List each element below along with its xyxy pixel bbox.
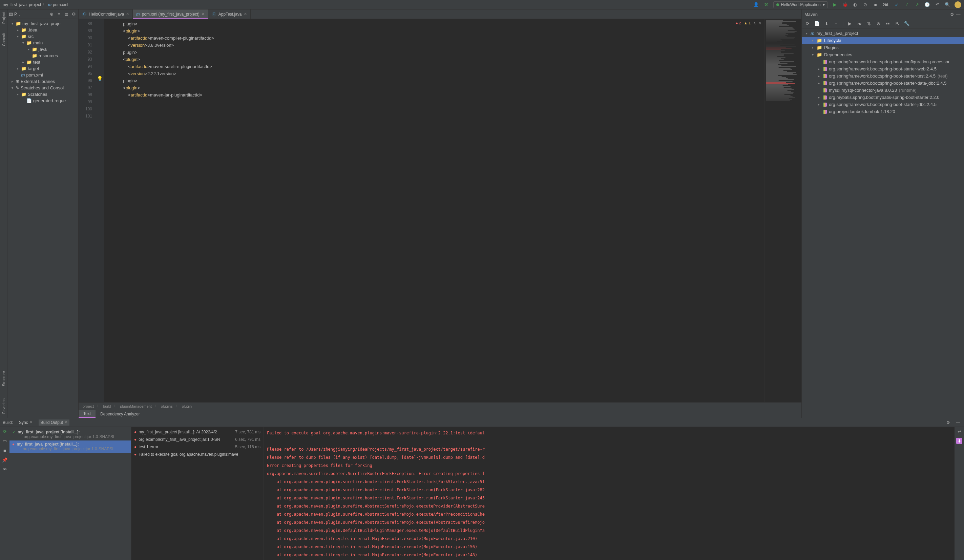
tree-item[interactable]: 📁resources [7,52,78,59]
download-icon[interactable]: ⬇ [824,21,829,27]
soft-wrap-icon[interactable]: ↩ [956,428,962,434]
maven-item[interactable]: ▸org.springframework.boot:spring-boot-st… [802,65,964,73]
collapse-all-icon[interactable]: ⇱ [894,21,900,27]
code-line[interactable]: <artifactId>maven-surefire-pluginartifac… [108,63,764,70]
sidebar-tab-structure[interactable]: Structure [2,370,6,388]
debug-icon[interactable]: 🐞 [842,2,848,8]
locate-icon[interactable]: ⊕ [49,11,55,17]
git-commit-icon[interactable]: ✓ [904,2,910,8]
reload-icon[interactable]: ⟳ [804,21,811,27]
show-deps-icon[interactable]: ☷ [885,21,891,27]
collapse-icon[interactable]: ≣ [64,11,70,17]
code-line[interactable]: plugin> [108,20,764,28]
tree-item[interactable]: ▸📁.idea [7,27,78,33]
minimize-icon[interactable]: — [955,419,961,425]
settings-icon[interactable]: 🔧 [904,21,910,27]
rerun-icon[interactable]: ⟳ [2,428,8,434]
maven-item[interactable]: ▸org.springframework.boot:spring-boot-st… [802,101,964,108]
tree-item[interactable]: ▾✎Scratches and Consol [7,84,78,91]
subtab-text[interactable]: Text [78,410,96,418]
undo-icon[interactable]: ↶ [934,2,940,8]
coverage-icon[interactable]: ◐ [852,2,858,8]
close-icon[interactable]: ✕ [64,420,67,425]
git-push-icon[interactable]: ↗ [914,2,920,8]
subtab-dependency-analyzer[interactable]: Dependency Analyzer [96,410,145,418]
hammer-icon[interactable]: ⚒ [763,2,769,8]
code-line[interactable]: <version>2.22.1version> [108,70,764,77]
sidebar-tab-project[interactable]: Project [2,11,6,25]
profile-icon[interactable]: ⊙ [862,2,868,8]
build-tree-item[interactable]: ●my_first_java_project [install...]:org.… [10,440,131,453]
chevron-down-icon[interactable]: ∨ [759,19,761,27]
close-icon[interactable]: ✕ [244,12,247,16]
maven-tree[interactable]: ▾mmy_first_java_project▸📁Lifecycle▸📁Plug… [802,28,964,418]
inspection-badges[interactable]: ● 2 ▲ 1 ∧ ∨ [736,19,761,27]
history-icon[interactable]: 🕓 [924,2,930,8]
skip-tests-icon[interactable]: ⊘ [875,21,881,27]
breadcrumb-item[interactable]: build [103,404,111,408]
breadcrumb-item[interactable]: my_first_java_project [3,2,41,7]
breadcrumb-item[interactable]: plugin [182,404,192,408]
code-line[interactable]: plugin> [108,77,764,84]
generate-sources-icon[interactable]: 📄 [814,21,820,27]
tree-item[interactable]: ▸📁target [7,65,78,72]
expand-icon[interactable]: ≡ [56,11,62,17]
chevron-up-icon[interactable]: ∧ [753,19,756,27]
build-tab-output[interactable]: Build Output ✕ [39,419,70,425]
code-line[interactable]: <version>3.8.0version> [108,42,764,49]
minimize-icon[interactable]: — [955,11,961,17]
tree-item[interactable]: 📄generated-reque [7,97,78,104]
close-icon[interactable]: ✕ [126,12,129,16]
maven-item[interactable]: ▸org.springframework.boot:spring-boot-st… [802,73,964,80]
maven-item[interactable]: ▸📁Lifecycle [802,37,964,44]
code-line[interactable]: <artifactId>maven-jar-pluginartifactId> [108,91,764,99]
build-tab-sync[interactable]: Sync ✕ [17,419,34,425]
error-badge[interactable]: ● 2 [736,19,741,27]
tree-item[interactable]: ▸⊞External Libraries [7,78,78,84]
run-icon[interactable]: ▶ [847,21,853,27]
build-detail-row[interactable]: ●Failed to execute goal org.apache.maven… [134,451,261,458]
tree-item[interactable]: ▸📁test [7,59,78,65]
tree-item[interactable]: ▸📁java [7,46,78,52]
stop-icon[interactable]: ■ [873,2,879,8]
pin-icon[interactable]: 📌 [2,457,8,463]
code-line[interactable]: <artifactId>maven-compiler-pluginartifac… [108,34,764,42]
stop-icon[interactable]: ■ [2,447,8,453]
close-icon[interactable]: ✕ [202,12,205,16]
build-detail-row[interactable]: ●org.example:my_first_java_project:jar:1… [134,436,261,443]
editor-tab[interactable]: CHelloController.java✕ [78,10,133,19]
code-area[interactable]: ● 2 ▲ 1 ∧ ∨ plugin> <plugin> <artifactId… [104,19,764,402]
maven-item[interactable]: ▸org.springframework.boot:spring-boot-st… [802,80,964,87]
code-line[interactable]: <plugin> [108,28,764,34]
gear-icon[interactable]: ⚙ [945,419,951,425]
tree-item[interactable]: ▾📁main [7,40,78,46]
gear-icon[interactable]: ⚙ [949,11,955,17]
editor-tab[interactable]: mpom.xml (my_first_java_project)✕ [133,10,208,19]
run-icon[interactable]: ▶ [832,2,838,8]
run-configuration-selector[interactable]: HelloWorldApplication ▾ [773,2,828,8]
maven-item[interactable]: ▾📁Dependencies [802,51,964,58]
sidebar-tab-commit[interactable]: Commit [2,32,6,47]
user-add-icon[interactable]: 👤 [753,2,759,8]
project-tree[interactable]: ▾📁my_first_java_proje▸📁.idea▾📁src▾📁main▸… [7,19,78,418]
maven-item[interactable]: org.springframework.boot:spring-boot-con… [802,58,964,65]
code-line[interactable]: <plugin> [108,56,764,63]
build-detail-row[interactable]: ●test 1 error5 sec, 116 ms [134,443,261,451]
m-icon[interactable]: m [856,21,862,27]
maven-item[interactable]: ▸org.mybatis.spring.boot:mybatis-spring-… [802,94,964,101]
tree-item[interactable]: ▾📁src [7,33,78,40]
avatar[interactable] [954,2,961,8]
maven-item[interactable]: org.projectlombok:lombok:1.18.20 [802,108,964,115]
add-icon[interactable]: ＋ [833,21,839,27]
code-line[interactable]: plugin> [108,49,764,56]
build-tree[interactable]: ✓my_first_java_project [install...]:org.… [10,427,132,560]
tree-item[interactable]: mpom.xml [7,72,78,78]
tree-item[interactable]: ▾📁Scratches [7,91,78,97]
breadcrumb-item[interactable]: pom.xml [53,2,68,7]
maven-item[interactable]: ▸📁Plugins [802,44,964,51]
build-details[interactable]: ●my_first_java_project [install...]: At … [132,427,264,560]
search-icon[interactable]: 🔍 [944,2,951,8]
code-line[interactable]: <plugin> [108,84,764,91]
sidebar-tab-favorites[interactable]: Favorites [2,397,6,415]
maven-item[interactable]: ▾mmy_first_java_project [802,30,964,37]
